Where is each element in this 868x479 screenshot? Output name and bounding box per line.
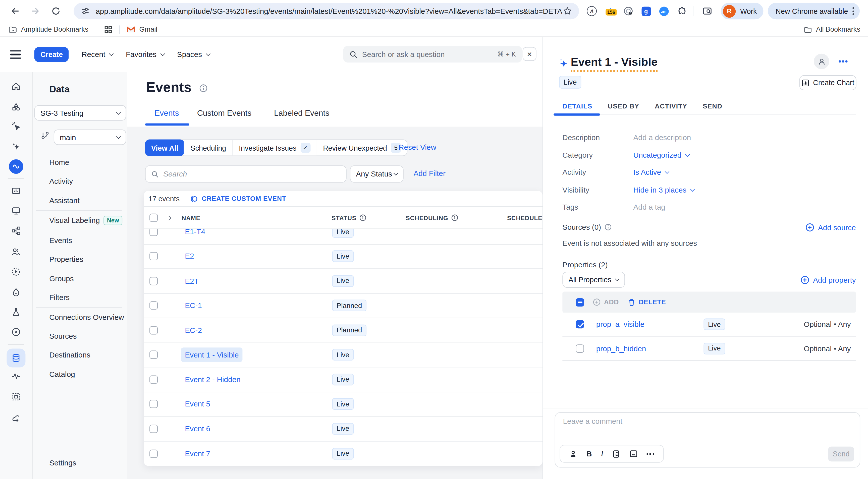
reset-view-link[interactable]: Reset View — [399, 143, 436, 152]
nav-experiment-icon[interactable] — [11, 307, 21, 317]
sidebar-item-filters[interactable]: Filters — [49, 292, 125, 302]
row-checkbox[interactable] — [149, 424, 158, 433]
branch-select[interactable]: main — [54, 130, 126, 145]
extension-1password[interactable] — [623, 4, 634, 18]
recent-menu[interactable]: Recent — [82, 51, 113, 59]
event-link[interactable]: EC-1 — [185, 301, 202, 310]
extension-zoom[interactable]: zm — [658, 4, 669, 18]
event-link[interactable]: E2T — [185, 277, 199, 285]
column-scheduled[interactable]: SCHEDULED — [507, 207, 542, 228]
property-checkbox[interactable] — [576, 345, 584, 353]
sidebar-item-groups[interactable]: Groups — [49, 274, 125, 283]
tab-send[interactable]: SEND — [703, 102, 722, 110]
browser-profile-chip[interactable]: R Work — [721, 3, 764, 19]
tab-search-button[interactable] — [701, 4, 713, 18]
ai-sparkle-icon[interactable] — [558, 58, 569, 68]
nav-ai-sparkles-icon[interactable] — [11, 141, 21, 152]
add-property-button[interactable]: Add property — [800, 276, 856, 284]
favorites-menu[interactable]: Favorites — [126, 51, 164, 59]
bold-button[interactable]: B — [586, 450, 592, 458]
segment-scheduling[interactable]: Scheduling — [184, 140, 232, 156]
bookmark-gmail[interactable]: Gmail — [126, 25, 157, 33]
table-row[interactable]: EC-1 Planned — [144, 293, 542, 318]
nav-amplitude-icon[interactable] — [9, 159, 23, 174]
row-checkbox[interactable] — [149, 400, 158, 408]
column-status[interactable]: STATUS — [332, 207, 366, 228]
mention-button[interactable] — [569, 450, 578, 458]
chrome-update-pill[interactable]: New Chrome available — [768, 3, 860, 19]
table-row[interactable]: E2 Live — [144, 244, 542, 269]
select-all-checkbox[interactable] — [149, 214, 158, 222]
global-search-input[interactable] — [362, 50, 493, 58]
row-checkbox[interactable] — [149, 229, 158, 236]
browser-back-button[interactable] — [8, 4, 22, 18]
owner-avatar[interactable] — [814, 54, 829, 69]
table-row[interactable]: E1-T4 Live — [144, 229, 542, 244]
send-comment-button[interactable]: Send — [828, 447, 854, 462]
all-bookmarks-button[interactable]: All Bookmarks — [803, 25, 860, 33]
segment-investigate-issues[interactable]: Investigate Issues✓ — [232, 140, 316, 156]
bulk-add-button[interactable]: ADD — [593, 298, 619, 306]
row-checkbox[interactable] — [149, 326, 158, 334]
nav-objects-icon[interactable] — [11, 102, 21, 112]
hamburger-menu-button[interactable] — [10, 50, 21, 59]
table-row[interactable]: Event 7 Live — [144, 441, 542, 466]
table-row-selected[interactable]: Event 1 - Visible Live — [144, 343, 542, 367]
property-link[interactable]: prop_a_visible — [596, 320, 645, 329]
extensions-menu-button[interactable] — [676, 4, 687, 18]
description-placeholder[interactable]: Add a description — [633, 133, 691, 141]
sidebar-item-connections-overview[interactable]: Connections Overview — [49, 312, 125, 322]
table-row[interactable]: E2T Live — [144, 269, 542, 293]
close-search-button[interactable]: ✕ — [523, 47, 536, 61]
sidebar-item-assistant[interactable]: Assistant — [49, 195, 125, 205]
sidebar-item-properties[interactable]: Properties — [49, 254, 125, 264]
property-checkbox-checked[interactable] — [576, 320, 584, 329]
nav-selection-icon[interactable] — [11, 392, 21, 402]
bulk-delete-button[interactable]: DELETE — [628, 298, 666, 306]
nav-home-icon[interactable] — [11, 81, 21, 91]
column-name[interactable]: NAME — [182, 207, 200, 228]
tab-custom-events[interactable]: Custom Events — [197, 108, 252, 117]
comment-input[interactable] — [563, 417, 852, 443]
status-filter-dropdown[interactable]: Any Status — [350, 165, 404, 183]
project-select[interactable]: SG-3 Testing — [34, 105, 126, 121]
column-scheduling[interactable]: SCHEDULING — [406, 207, 458, 228]
sidebar-item-catalog[interactable]: Catalog — [49, 369, 125, 379]
italic-button[interactable]: I — [601, 449, 603, 458]
row-checkbox[interactable] — [149, 301, 158, 310]
browser-menu-icon[interactable] — [851, 5, 855, 17]
add-filter-link[interactable]: Add Filter — [413, 169, 445, 178]
more-menu-button[interactable] — [839, 60, 847, 62]
extension-circled-a[interactable]: A — [586, 4, 597, 18]
event-link[interactable]: E1-T4 — [185, 229, 205, 236]
more-formatting-button[interactable] — [647, 453, 654, 455]
table-row[interactable]: Event 5 Live — [144, 392, 542, 417]
site-info-icon[interactable] — [81, 6, 90, 16]
panel-title[interactable]: Event 1 - Visible — [570, 55, 657, 72]
info-icon[interactable] — [199, 84, 208, 92]
row-checkbox[interactable] — [149, 252, 158, 261]
sidebar-item-settings[interactable]: Settings — [49, 458, 125, 468]
insert-image-button[interactable] — [629, 450, 638, 458]
segment-view-all[interactable]: View All — [145, 139, 184, 156]
browser-forward-button[interactable] — [28, 4, 42, 18]
tab-activity[interactable]: ACTIVITY — [655, 102, 687, 110]
nav-visual-select-icon[interactable] — [11, 121, 21, 131]
events-search-input[interactable] — [163, 170, 340, 178]
create-button[interactable]: Create — [34, 47, 69, 62]
sidebar-item-sources[interactable]: Sources — [49, 331, 125, 341]
bulk-select-checkbox[interactable] — [576, 298, 584, 306]
apps-grid-button[interactable] — [104, 25, 112, 33]
code-block-button[interactable] — [612, 450, 620, 458]
sidebar-item-home[interactable]: Home — [49, 157, 125, 167]
nav-dashboards-icon[interactable] — [11, 186, 21, 196]
event-link[interactable]: Event 5 — [185, 400, 210, 408]
tab-labeled-events[interactable]: Labeled Events — [274, 108, 329, 117]
tab-events[interactable]: Events — [154, 108, 179, 117]
property-row[interactable]: prop_b_hidden Live Optional • Any — [562, 337, 856, 361]
spaces-menu[interactable]: Spaces — [177, 51, 210, 59]
sidebar-item-visual-labeling[interactable]: Visual LabelingNew — [49, 215, 125, 225]
sidebar-item-events[interactable]: Events — [49, 235, 125, 245]
create-custom-event-button[interactable]: CREATE CUSTOM EVENT — [190, 195, 286, 203]
event-link[interactable]: Event 6 — [185, 424, 210, 433]
